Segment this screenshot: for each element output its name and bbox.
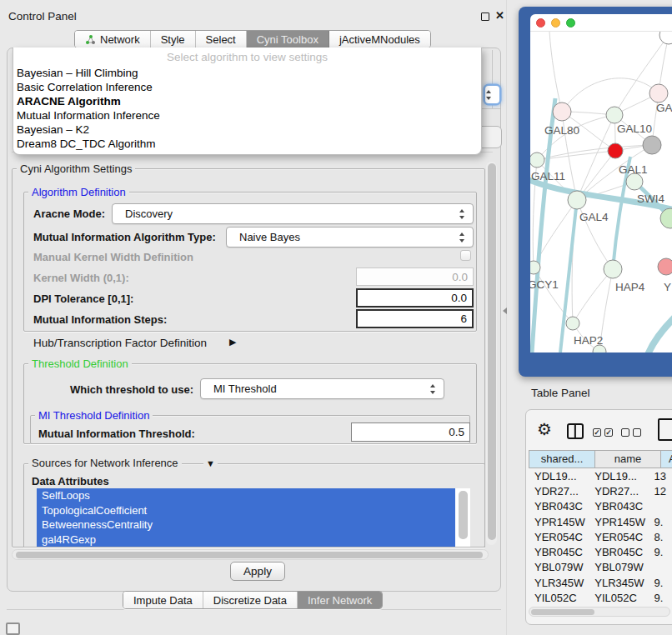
dropdown-item[interactable]: Dream8 DC_TDC Algorithm	[16, 137, 474, 151]
manual-kernel-checkbox[interactable]	[460, 250, 471, 261]
tab-discretize-data[interactable]: Discretize Data	[203, 592, 298, 608]
table-cell: YBR045C	[589, 546, 649, 558]
mi-type-combo[interactable]: Naive Bayes	[226, 227, 474, 248]
table-row[interactable]: YIL052CYIL052C9.	[529, 590, 672, 605]
table-cell: YER054C	[529, 531, 589, 543]
network-node-hap2[interactable]	[566, 317, 579, 330]
settings-horizontal-scrollbar[interactable]	[12, 549, 489, 560]
select-all-check-icon[interactable]: ✓	[604, 428, 613, 437]
table-row[interactable]: YLR345WYLR345W9.	[529, 575, 672, 590]
table-row[interactable]: YDR27...YDR27...12	[529, 483, 672, 498]
table-cell: YBL079W	[589, 561, 649, 573]
network-node-gal1[interactable]	[608, 143, 623, 158]
unselect-all-icon[interactable]	[621, 428, 629, 437]
window-minimize-button[interactable]	[551, 18, 560, 28]
dropdown-item-selected[interactable]: ARACNE Algorithm	[16, 94, 474, 108]
table-cell: YBR043C	[589, 500, 649, 512]
table-row[interactable]: YBL079WYBL079W	[529, 560, 672, 575]
show-columns-icon[interactable]	[567, 423, 584, 439]
tab-cyni-toolbox[interactable]: Cyni Toolbox	[247, 31, 329, 48]
mi-threshold-field[interactable]: 0.5	[351, 422, 470, 442]
float-window-icon[interactable]	[481, 12, 489, 21]
table-cell: YBR045C	[529, 546, 589, 558]
table-cell: YDR27...	[529, 485, 589, 498]
network-node-gal11[interactable]	[530, 152, 544, 168]
network-node[interactable]	[659, 32, 672, 44]
aracne-mode-combo[interactable]: Discovery	[112, 203, 474, 224]
column-header-attribute[interactable]: A	[660, 451, 672, 468]
network-edge	[573, 269, 613, 323]
table-cell: YDL19...	[529, 470, 589, 482]
expand-right-icon[interactable]: ▶	[229, 337, 236, 348]
table-row[interactable]: YPR145WYPR145W9.	[529, 514, 672, 529]
kernel-width-field[interactable]: 0.0	[356, 268, 474, 286]
network-node-gcy1[interactable]	[530, 261, 540, 274]
divider-handle[interactable]	[503, 308, 507, 314]
list-item[interactable]: TopologicalCoefficient	[37, 503, 455, 518]
select-all-check-icon[interactable]: ✓	[593, 428, 601, 437]
tab-impute-data[interactable]: Impute Data	[123, 592, 203, 608]
dropdown-item[interactable]: Bayesian – Hill Climbing	[16, 66, 474, 80]
table-row[interactable]: YBR045CYBR045C9.	[529, 544, 672, 559]
export-table-icon[interactable]	[658, 418, 672, 441]
dpi-tolerance-field[interactable]: 0.0	[356, 288, 474, 308]
table-cell: 12	[649, 485, 672, 498]
apply-button[interactable]: Apply	[230, 562, 285, 581]
tab-infer-network[interactable]: Infer Network	[298, 592, 382, 608]
dpi-tolerance-label: DPI Tolerance [0,1]:	[33, 292, 133, 305]
column-header-shared-name[interactable]: shared...	[529, 451, 595, 468]
dropdown-item[interactable]: Mutual Information Inference	[16, 108, 474, 122]
collapse-down-icon[interactable]: ▼	[203, 458, 218, 468]
mi-type-label: Mutual Information Algorithm Type:	[33, 231, 216, 243]
network-node-hap4[interactable]	[604, 260, 622, 278]
dropdown-item[interactable]: Bayesian – K2	[16, 122, 474, 137]
combo-stepper-icon	[459, 232, 465, 242]
collapsed-panel-icon[interactable]	[6, 622, 20, 635]
window-zoom-button[interactable]	[566, 18, 575, 28]
table-cell: 9.	[649, 577, 672, 589]
table-row[interactable]: YBR043CYBR043C	[529, 499, 672, 514]
list-item[interactable]: gal4RGexp	[37, 532, 455, 548]
window-close-button[interactable]	[536, 18, 545, 28]
dropdown-item[interactable]: Basic Correlation Inference	[16, 80, 474, 94]
list-scrollbar[interactable]	[459, 491, 468, 539]
mi-threshold-title: MI Threshold Definition	[35, 410, 153, 421]
tab-network[interactable]: Network	[75, 31, 151, 48]
network-node[interactable]	[643, 136, 661, 154]
unselect-all-icon[interactable]	[633, 428, 641, 437]
mi-steps-field[interactable]: 6	[356, 309, 474, 328]
node-label: GAL80	[544, 124, 579, 137]
table-row[interactable]: YER054CYER054C8.	[529, 529, 672, 544]
list-item[interactable]: BetweennessCentrality	[37, 518, 455, 532]
network-node-gal[interactable]	[649, 84, 668, 102]
network-node-swi4[interactable]	[626, 173, 643, 190]
column-header-name[interactable]: name	[594, 451, 661, 468]
close-icon[interactable]: ✕	[495, 9, 504, 22]
which-threshold-combo[interactable]: MI Threshold	[200, 378, 444, 399]
table-cell: 9.	[649, 592, 672, 604]
node-label: SWI4	[637, 192, 664, 205]
node-label: HAP4	[615, 281, 645, 293]
hub-definition-label: Hub/Transcription Factor Definition	[33, 337, 207, 349]
gear-icon[interactable]: ⚙	[537, 420, 552, 438]
node-label: Y	[664, 281, 671, 293]
network-canvas[interactable]: GALGAL80GAL10GAL1GAL11SWI4GAL4GCY1HAP4YH…	[530, 32, 672, 352]
table-cell: 13	[649, 470, 672, 482]
network-node-gal4[interactable]	[568, 191, 586, 209]
list-item[interactable]: SelfLoops	[37, 488, 455, 503]
table-rows: YDL19...YDL19...13YDR27...YDR27...12YBR0…	[529, 468, 672, 605]
tab-style[interactable]: Style	[151, 31, 196, 48]
network-node-gal10[interactable]	[606, 107, 623, 123]
network-node-gal80[interactable]	[553, 102, 571, 121]
settings-vertical-scrollbar[interactable]	[486, 162, 497, 545]
threshold-definition-title: Threshold Definition	[28, 358, 132, 369]
mi-threshold-label: Mutual Information Threshold:	[38, 428, 195, 440]
node-label: GAL10	[617, 122, 652, 135]
table-row[interactable]: YDL19...YDL19...13	[529, 468, 672, 483]
network-node-y[interactable]	[658, 258, 672, 275]
table-horizontal-scrollbar[interactable]	[529, 607, 670, 617]
node-label: GAL11	[531, 170, 565, 182]
panel-bottom-edge	[7, 609, 501, 610]
tab-select[interactable]: Select	[196, 31, 247, 48]
tab-jactivemnodules[interactable]: jActiveMNodules	[329, 31, 430, 48]
